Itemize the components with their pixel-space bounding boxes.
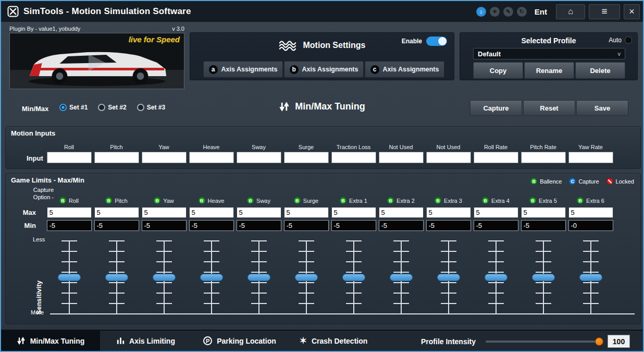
sensitivity-slider[interactable] (484, 240, 508, 314)
motion-input-field[interactable] (142, 152, 187, 163)
axis-assignments-button[interactable]: a Axis Assignments (203, 61, 283, 78)
motion-input-field[interactable] (521, 152, 566, 163)
min-value-field[interactable] (142, 220, 187, 231)
sensitivity-slider[interactable] (152, 240, 176, 314)
balance-option-icon[interactable]: B (154, 197, 160, 204)
min-value-field[interactable] (331, 220, 376, 231)
motion-input-field[interactable] (331, 152, 376, 163)
max-value-field[interactable] (568, 207, 613, 218)
min-value-field[interactable] (189, 220, 234, 231)
reset-button[interactable]: Reset (523, 100, 575, 116)
balance-option-icon[interactable]: B (340, 197, 346, 204)
sensitivity-slider[interactable] (531, 240, 555, 314)
save-button[interactable]: Save (576, 100, 628, 116)
balance-option-icon[interactable]: B (59, 197, 66, 204)
max-value-field[interactable] (189, 207, 234, 218)
sensitivity-slider-handle[interactable] (153, 274, 176, 281)
min-value-field[interactable] (474, 220, 518, 231)
sensitivity-slider[interactable] (294, 240, 318, 314)
max-value-field[interactable] (331, 207, 376, 218)
sensitivity-slider-handle[interactable] (295, 274, 318, 281)
balance-option-icon[interactable]: B (529, 197, 536, 204)
sensitivity-slider-handle[interactable] (437, 274, 460, 281)
axis-assignments-button[interactable]: b Axis Assignments (284, 61, 364, 78)
max-value-field[interactable] (426, 207, 471, 218)
motion-input-field[interactable] (426, 152, 471, 163)
tab-axis-limiting[interactable]: Axis Limiting (108, 331, 184, 351)
max-value-field[interactable] (94, 207, 139, 218)
min-value-field[interactable] (47, 220, 92, 231)
download-icon[interactable]: ↓ (476, 7, 486, 17)
sensitivity-slider-handle[interactable] (105, 274, 128, 281)
motion-input-field[interactable] (237, 152, 281, 163)
sensitivity-slider-handle[interactable] (247, 274, 270, 281)
auto-indicator[interactable] (625, 37, 632, 44)
motion-input-field[interactable] (379, 152, 424, 163)
input-column-header: Yaw Rate (578, 144, 603, 150)
max-value-field[interactable] (237, 207, 281, 218)
sensitivity-slider[interactable] (57, 240, 81, 314)
balance-option-icon[interactable]: B (199, 197, 205, 204)
max-value-field[interactable] (379, 207, 424, 218)
rename-button[interactable]: Rename (524, 62, 574, 79)
balance-option-icon[interactable]: B (482, 197, 489, 204)
max-value-field[interactable] (521, 207, 566, 218)
sensitivity-slider-handle[interactable] (532, 274, 555, 281)
balance-option-icon[interactable]: B (387, 197, 394, 204)
sensitivity-slider-handle[interactable] (579, 274, 602, 281)
tab-minmax-tuning[interactable]: Min/Max Tuning (1, 331, 100, 351)
min-value-field[interactable] (379, 220, 424, 231)
refresh-icon[interactable]: ↻ (517, 7, 527, 17)
max-value-field[interactable] (474, 207, 518, 218)
sensitivity-slider-handle[interactable] (390, 274, 413, 281)
balance-option-icon[interactable]: B (105, 197, 112, 204)
motion-input-field[interactable] (189, 152, 234, 163)
capture-button[interactable]: Capture (470, 100, 522, 116)
sensitivity-slider[interactable] (200, 240, 224, 314)
axis-assignments-button[interactable]: c Axis Assignments (365, 61, 444, 78)
sensitivity-slider-handle[interactable] (485, 274, 507, 281)
delete-button[interactable]: Delete (575, 62, 625, 79)
profile-dropdown[interactable]: Default v (473, 48, 625, 59)
max-value-field[interactable] (142, 207, 187, 218)
home-button[interactable]: ⌂ (556, 4, 585, 19)
game-preview-image[interactable]: live for Speed ▶ (9, 33, 184, 89)
max-value-field[interactable] (284, 207, 329, 218)
tab-parking-location[interactable]: P Parking Location (193, 331, 286, 351)
sensitivity-slider[interactable] (342, 240, 366, 314)
motion-input-field[interactable] (474, 152, 518, 163)
min-value-field[interactable] (521, 220, 566, 231)
intensity-slider-knob[interactable] (595, 337, 603, 346)
motion-input-field[interactable] (94, 152, 139, 163)
intensity-value-field[interactable] (608, 335, 630, 348)
balance-option-icon[interactable]: B (294, 197, 301, 204)
min-value-field[interactable] (426, 220, 471, 231)
sensitivity-slider[interactable] (247, 240, 271, 314)
min-value-field[interactable] (568, 220, 613, 231)
sensitivity-slider-handle[interactable] (342, 274, 365, 281)
sensitivity-slider-handle[interactable] (58, 274, 81, 281)
settings-icon[interactable]: ✳ (490, 7, 500, 17)
min-value-field[interactable] (237, 220, 281, 231)
close-button[interactable]: × (624, 4, 640, 19)
profile-intensity-slider[interactable] (486, 341, 601, 343)
tab-crash-detection[interactable]: ✶ Crash Detection (292, 331, 375, 351)
min-value-field[interactable] (94, 220, 139, 231)
sensitivity-slider[interactable] (105, 240, 129, 314)
motion-input-field[interactable] (284, 152, 329, 163)
sensitivity-slider[interactable] (579, 240, 603, 314)
balance-option-icon[interactable]: B (247, 197, 254, 204)
motion-input-field[interactable] (47, 152, 92, 163)
menu-button[interactable]: ≡ (589, 4, 620, 19)
copy-button[interactable]: Copy (473, 62, 523, 79)
min-value-field[interactable] (284, 220, 329, 231)
sensitivity-slider[interactable] (389, 240, 413, 314)
balance-option-icon[interactable]: B (577, 197, 584, 204)
enable-toggle[interactable] (426, 37, 447, 46)
balance-option-icon[interactable]: B (435, 197, 441, 204)
edit-icon[interactable]: ✎ (503, 7, 513, 17)
motion-input-field[interactable] (568, 152, 613, 163)
sensitivity-slider-handle[interactable] (200, 274, 223, 281)
max-value-field[interactable] (47, 207, 92, 218)
sensitivity-slider[interactable] (437, 240, 461, 314)
